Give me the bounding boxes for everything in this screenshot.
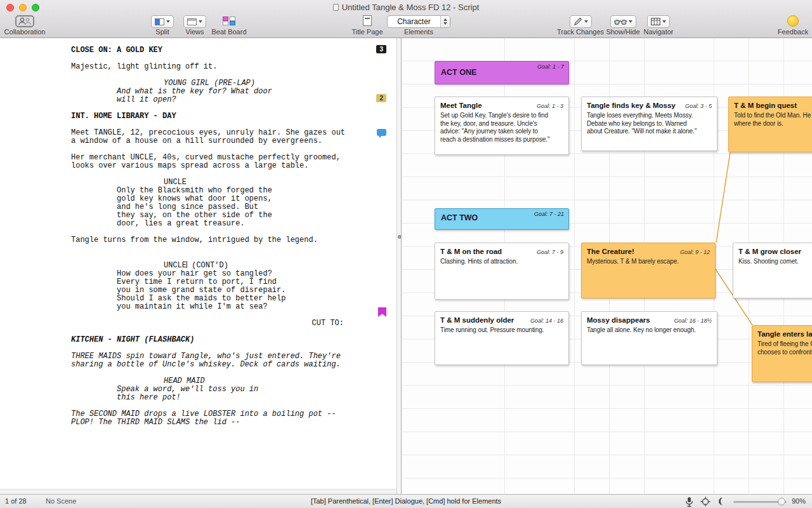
stepper-arrows-icon [440, 16, 450, 27]
scene-number-badge[interactable]: 2 [376, 94, 386, 102]
beat-card-meet-tangle[interactable]: Meet TangleGoal: 1 - 3 Set up Gold Key. … [435, 97, 569, 155]
beat-board-button[interactable]: Beat Board [209, 15, 249, 36]
elements-dropdown[interactable]: Character Elements [386, 15, 452, 36]
script-action[interactable]: Meet TANGLE, 12, precocious eyes, unruly… [71, 129, 397, 145]
script-action[interactable]: THREE MAIDS spin toward Tangle, who's ju… [71, 352, 397, 369]
show-hide-button[interactable]: Show/Hide [605, 15, 641, 36]
document-icon [333, 4, 339, 11]
glasses-icon [614, 18, 627, 25]
script-pane[interactable]: CLOSE ON: A GOLD KEY Majestic, light gli… [0, 38, 397, 494]
comment-bubble-icon[interactable] [377, 129, 386, 136]
chevron-down-icon [662, 20, 666, 23]
zoom-slider[interactable] [733, 501, 787, 503]
script-scene-heading[interactable]: INT. HOME LIBRARY - DAY [71, 112, 397, 121]
title-page-button[interactable]: Title Page [349, 15, 386, 36]
beat-card-on-the-road[interactable]: T & M on the roadGoal: 7 - 9 Clashing. H… [435, 243, 569, 300]
scene-number-badge[interactable]: 3 [376, 45, 386, 53]
script-character-cue[interactable]: UNCLE (CONT'D) [164, 253, 397, 270]
beat-board-pane[interactable]: Goal: 1 - 7 ACT ONE Meet TangleGoal: 1 -… [402, 38, 812, 494]
target-focus-icon[interactable] [700, 497, 710, 507]
script-action[interactable]: Her merchant UNCLE, 40s, curved mustache… [71, 154, 397, 170]
track-changes-button[interactable]: Track Changes [558, 15, 603, 36]
status-bar: 1 of 28 No Scene [Tab] Parenthetical, [E… [0, 494, 812, 508]
script-action[interactable]: The SECOND MAID drops a live LOBSTER int… [71, 410, 397, 427]
pane-divider-handle[interactable] [398, 235, 402, 239]
feedback-icon [787, 15, 799, 27]
script-dialogue[interactable]: Only the Blacksmith who forged the gold … [117, 187, 307, 228]
script-dialogue[interactable]: Speak a word, we'll toss you in this her… [117, 385, 307, 402]
script-scene-heading[interactable]: KITCHEN - NIGHT (FLASHBACK) [71, 336, 397, 344]
script-action[interactable]: Majestic, light glinting off it. [71, 63, 397, 71]
beat-card-grow-closer[interactable]: T & M grow closer Kiss. Shooting comet. [733, 243, 812, 298]
script-shot[interactable]: CLOSE ON: A GOLD KEY [71, 46, 397, 55]
beat-card-enters-lair[interactable]: Tangle enters lair Tired of fleeing the … [752, 325, 812, 382]
collaboration-button[interactable]: Collaboration [1, 15, 48, 36]
beat-card-tangle-finds-key[interactable]: Tangle finds key & MossyGoal: 3 - 5 Tang… [581, 97, 717, 151]
elements-selected-value: Character [388, 17, 440, 26]
views-button[interactable]: Views [180, 15, 209, 36]
script-vertical-scrollbar[interactable] [397, 38, 402, 494]
zoom-slider-thumb[interactable] [778, 498, 785, 505]
beat-card-suddenly-older[interactable]: T & M suddenly olderGoal: 14 - 16 Time r… [435, 311, 569, 365]
window-header: Untitled Tangle & Moss FD 12 - Script Co… [0, 0, 812, 38]
act-one-card[interactable]: Goal: 1 - 7 ACT ONE [435, 61, 569, 84]
title-page-icon [363, 15, 372, 26]
beat-card-creature[interactable]: The Creature!Goal: 9 - 12 Mysterious. T … [581, 243, 716, 298]
split-icon [155, 18, 164, 25]
chevron-down-icon [166, 20, 170, 23]
split-button[interactable]: Split [148, 15, 177, 36]
chevron-down-icon [584, 20, 588, 23]
script-dialogue[interactable]: How does your hair get so tangled? Every… [117, 270, 307, 311]
script-dialogue[interactable]: And what is the key for? What door will … [117, 88, 307, 104]
main-area: CLOSE ON: A GOLD KEY Majestic, light gli… [0, 38, 812, 494]
beat-card-begin-quest[interactable]: T & M begin quest Told to find the Old M… [728, 97, 812, 152]
horizontal-scrollbar[interactable] [0, 489, 397, 494]
chevron-down-icon [629, 20, 632, 23]
script-transition[interactable]: CUT TO: [71, 319, 344, 328]
titlebar: Untitled Tangle & Moss FD 12 - Script [0, 0, 812, 14]
navigator-table-icon [651, 18, 660, 25]
collaboration-icon [15, 15, 34, 27]
window-title: Untitled Tangle & Moss FD 12 - Script [0, 3, 812, 12]
night-mode-moon-icon[interactable] [717, 497, 726, 506]
beat-board-icon [222, 15, 236, 27]
script-editor[interactable]: CLOSE ON: A GOLD KEY Majestic, light gli… [0, 38, 397, 489]
dictation-mic-icon[interactable] [685, 497, 693, 507]
chevron-down-icon [199, 20, 202, 23]
beat-card-mossy-disappears[interactable]: Mossy disappearsGoal: 16 - 18½ Tangle al… [581, 311, 717, 365]
act-two-card[interactable]: Goal: 7 - 21 ACT TWO [435, 208, 569, 230]
feedback-button[interactable]: Feedback [775, 15, 811, 36]
pencil-icon [573, 17, 582, 26]
zoom-level: 90% [792, 497, 806, 505]
script-action[interactable]: Tangle turns from the window, intrigued … [71, 236, 397, 244]
views-icon [187, 18, 197, 25]
navigator-button[interactable]: Navigator [641, 15, 676, 36]
